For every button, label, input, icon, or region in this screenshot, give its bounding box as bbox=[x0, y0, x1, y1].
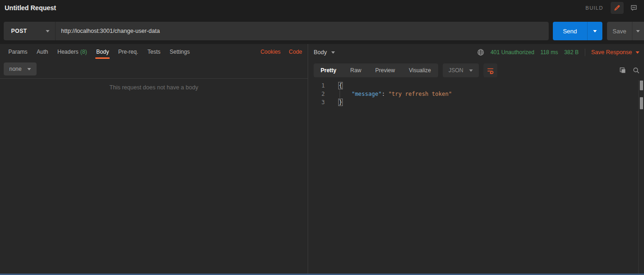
scrollbar-track bbox=[638, 80, 639, 274]
postman-window: Untitled Request BUILD bbox=[0, 0, 644, 275]
response-body-editor[interactable]: 1 { 2 "message": "try refresh token" 3 } bbox=[308, 80, 644, 274]
open-brace: { bbox=[338, 82, 343, 89]
body-empty-state: This request does not have a body bbox=[0, 79, 308, 274]
body-type-row: none bbox=[0, 60, 308, 79]
chevron-down-icon bbox=[636, 30, 640, 32]
wrap-lines-button[interactable] bbox=[483, 63, 497, 77]
json-key: "message" bbox=[352, 91, 382, 97]
url-input[interactable] bbox=[56, 22, 549, 40]
method-label: POST bbox=[11, 28, 27, 34]
send-button-label[interactable]: Send bbox=[553, 22, 587, 40]
response-time: 118 ms bbox=[540, 49, 558, 56]
search-icon bbox=[632, 67, 640, 74]
send-button[interactable]: Send bbox=[553, 22, 602, 40]
body-type-selected: none bbox=[9, 66, 22, 72]
json-separator: : bbox=[382, 91, 388, 97]
comment-icon bbox=[630, 4, 638, 12]
headers-count-badge: (8) bbox=[80, 49, 87, 55]
response-meta: 401 Unauthorized 118 ms 382 B Save Respo… bbox=[477, 49, 640, 56]
close-brace: } bbox=[338, 99, 343, 106]
network-globe-icon[interactable] bbox=[477, 49, 484, 56]
editor-scrollbar-thumb[interactable] bbox=[640, 81, 643, 90]
response-toolbar: Pretty Raw Preview Visualize JSON bbox=[308, 61, 644, 80]
tabs-right-links: Cookies Code bbox=[260, 44, 302, 60]
tab-params[interactable]: Params bbox=[4, 44, 32, 60]
body-type-dropdown[interactable]: none bbox=[4, 62, 37, 75]
line-number: 2 bbox=[308, 90, 329, 98]
line-number: 1 bbox=[308, 81, 329, 90]
tab-tests[interactable]: Tests bbox=[143, 44, 165, 60]
response-header-row: Body 401 Unauthorized 118 ms 382 B bbox=[308, 44, 644, 61]
request-url-row: POST Send Save bbox=[0, 15, 644, 44]
save-options-caret[interactable] bbox=[632, 22, 644, 40]
line-number: 3 bbox=[308, 98, 329, 106]
chevron-down-icon bbox=[331, 51, 335, 54]
tab-settings[interactable]: Settings bbox=[165, 44, 194, 60]
cookies-link[interactable]: Cookies bbox=[260, 49, 280, 55]
json-string-value: "try refresh token" bbox=[388, 91, 452, 97]
response-size: 382 B bbox=[564, 49, 578, 56]
view-tab-pretty[interactable]: Pretty bbox=[314, 63, 343, 77]
url-bar: POST bbox=[4, 22, 549, 40]
response-status: 401 Unauthorized bbox=[490, 49, 534, 56]
response-panel: Body 401 Unauthorized 118 ms 382 B bbox=[308, 44, 644, 274]
view-tab-preview[interactable]: Preview bbox=[368, 63, 402, 77]
response-view-tabs: Pretty Raw Preview Visualize bbox=[314, 63, 438, 77]
panel-scrollbar-thumb[interactable] bbox=[640, 97, 643, 109]
tab-auth[interactable]: Auth bbox=[32, 44, 53, 60]
chevron-down-icon bbox=[469, 69, 473, 72]
code-link[interactable]: Code bbox=[289, 49, 302, 55]
comment-button[interactable] bbox=[627, 2, 640, 14]
chevron-down-icon bbox=[593, 30, 597, 32]
edit-request-button[interactable] bbox=[611, 2, 624, 14]
copy-icon bbox=[619, 67, 626, 74]
method-dropdown[interactable]: POST bbox=[4, 22, 56, 40]
request-panel: Params Auth Headers (8) Body Pre-req. Te… bbox=[0, 44, 308, 274]
response-toolbar-right bbox=[618, 66, 641, 75]
search-response-button[interactable] bbox=[632, 66, 641, 75]
response-format-dropdown[interactable]: JSON bbox=[443, 63, 479, 77]
chevron-down-icon bbox=[46, 30, 50, 32]
code-line-2: 2 "message": "try refresh token" bbox=[308, 90, 644, 98]
save-button-label[interactable]: Save bbox=[607, 22, 632, 40]
save-response-button[interactable]: Save Response bbox=[591, 49, 640, 56]
code-line-3: 3 } bbox=[308, 98, 644, 106]
send-options-caret[interactable] bbox=[587, 22, 602, 40]
code-line-1: 1 { bbox=[308, 81, 644, 90]
response-body-dropdown[interactable]: Body bbox=[314, 49, 335, 56]
wrap-lines-icon bbox=[486, 66, 495, 75]
indent-guide bbox=[340, 90, 340, 98]
tab-headers[interactable]: Headers (8) bbox=[53, 44, 92, 60]
chevron-down-icon bbox=[636, 51, 639, 54]
request-title: Untitled Request bbox=[5, 4, 56, 12]
tab-pre-request[interactable]: Pre-req. bbox=[113, 44, 142, 60]
top-header-actions: BUILD bbox=[586, 2, 640, 14]
build-label: BUILD bbox=[586, 5, 603, 11]
divider bbox=[585, 49, 585, 56]
empty-body-message: This request does not have a body bbox=[110, 84, 198, 274]
pencil-icon bbox=[613, 4, 621, 12]
top-header: Untitled Request BUILD bbox=[0, 0, 644, 15]
view-tab-raw[interactable]: Raw bbox=[343, 63, 368, 77]
view-tab-visualize[interactable]: Visualize bbox=[402, 63, 438, 77]
tab-body[interactable]: Body bbox=[92, 44, 113, 60]
request-tabs-row: Params Auth Headers (8) Body Pre-req. Te… bbox=[0, 44, 308, 60]
workspace: Params Auth Headers (8) Body Pre-req. Te… bbox=[0, 44, 644, 274]
save-button[interactable]: Save bbox=[607, 22, 644, 40]
chevron-down-icon bbox=[27, 68, 31, 70]
copy-response-button[interactable] bbox=[618, 66, 627, 75]
